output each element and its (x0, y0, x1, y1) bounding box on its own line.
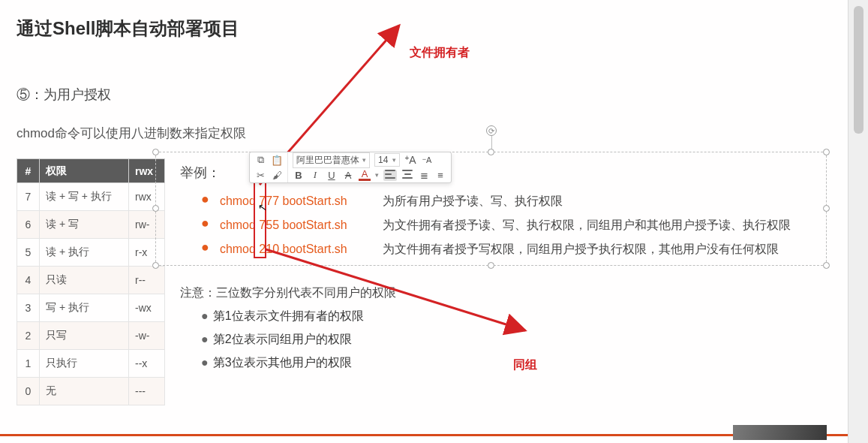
table-row: 6读 + 写rw- (17, 211, 165, 239)
underline-button[interactable]: U (326, 170, 338, 181)
cell-num: 5 (17, 239, 40, 267)
cell-perm: 读 + 写 (40, 211, 129, 239)
example-command: chmod 755 bootStart.sh (220, 216, 374, 234)
italic-button[interactable]: I (309, 169, 321, 181)
cell-perm: 只读 (40, 267, 129, 294)
cell-perm: 写 + 执行 (40, 294, 129, 322)
font-size-select[interactable]: 14 ▾ (374, 153, 400, 167)
chevron-down-icon[interactable]: ▾ (375, 171, 379, 179)
note-text: 第1位表示文件拥有者的权限 (213, 309, 364, 324)
bullet-icon: ● (201, 309, 209, 324)
cell-rwx: rw- (129, 211, 165, 239)
resize-handle[interactable] (488, 149, 494, 155)
example-line: ●chmod 210 bootStart.sh为文件拥有者授予写权限，同组用户授… (201, 240, 833, 258)
cell-rwx: --x (129, 350, 165, 378)
example-explain: 为文件拥有者授予写权限，同组用户授予执行权限，其他用户没有任何权限 (383, 240, 779, 258)
corner-decor (733, 425, 827, 440)
cell-perm: 读 + 写 + 执行 (40, 183, 129, 211)
floating-format-toolbar[interactable]: ⧉ 📋 ✂ 🖌 阿里巴巴普惠体 ▾ 14 ▾ +A −A (249, 152, 452, 183)
chevron-down-icon: ▾ (392, 156, 396, 164)
increase-font-button[interactable]: +A (404, 154, 416, 166)
resize-handle[interactable] (823, 149, 830, 155)
cell-num: 6 (17, 211, 40, 239)
bullet-icon: ● (201, 332, 209, 348)
cell-num: 3 (17, 294, 40, 322)
cell-perm: 只写 (40, 322, 129, 350)
annotation-group: 同组 (513, 357, 537, 373)
note-item: ●第2位表示同组用户的权限 (201, 332, 833, 348)
cell-perm: 只执行 (40, 350, 129, 378)
font-family-select[interactable]: 阿里巴巴普惠体 ▾ (293, 152, 370, 168)
bottom-border (0, 434, 848, 443)
cell-num: 4 (17, 267, 40, 294)
cell-num: 2 (17, 322, 40, 350)
note-text: 第2位表示同组用户的权限 (213, 332, 352, 348)
cell-perm: 读 + 执行 (40, 239, 129, 267)
bullet-icon: ● (201, 240, 209, 258)
font-family-value: 阿里巴巴普惠体 (296, 154, 359, 167)
chevron-down-icon: ▾ (362, 156, 366, 164)
table-row: 7读 + 写 + 执行rwx (17, 183, 165, 211)
th-perm: 权限 (40, 159, 129, 183)
example-line: ●chmod 777 bootStart.sh为所有用户授予读、写、执行权限 (201, 192, 833, 210)
highlight-rectangle (254, 174, 266, 258)
bullet-icon: ● (201, 192, 209, 210)
font-size-value: 14 (378, 155, 388, 165)
slide-title: 通过Shell脚本自动部署项目 (17, 17, 827, 41)
align-center-button[interactable] (401, 170, 413, 181)
number-list-button[interactable]: ≡ (434, 170, 446, 181)
example-block: 举例： ●chmod 777 bootStart.sh为所有用户授予读、写、执行… (180, 164, 833, 371)
font-color-button[interactable]: A (359, 169, 371, 181)
strikethrough-button[interactable]: A (342, 170, 354, 181)
cell-rwx: --- (129, 378, 165, 405)
copy-icon[interactable]: ⧉ (254, 154, 266, 166)
paste-icon[interactable]: 📋 (271, 154, 283, 166)
slide-subtitle: ⑤：为用户授权 (17, 86, 827, 104)
cell-rwx: -wx (129, 294, 165, 322)
vertical-scrollbar[interactable] (848, 0, 868, 443)
cell-rwx: -w- (129, 322, 165, 350)
cell-rwx: r-- (129, 267, 165, 294)
permission-table: # 权限 rwx 7读 + 写 + 执行rwx6读 + 写rw-5读 + 执行r… (17, 158, 165, 405)
table-row: 4只读r-- (17, 267, 165, 294)
bold-button[interactable]: B (293, 170, 305, 181)
resize-handle[interactable] (152, 149, 159, 155)
cell-rwx: rwx (129, 183, 165, 211)
cut-icon[interactable]: ✂ (254, 169, 266, 181)
bullet-icon: ● (201, 216, 209, 234)
align-left-button[interactable] (383, 170, 397, 181)
cell-num: 7 (17, 183, 40, 211)
example-explain: 为文件拥有者授予读、写、执行权限，同组用户和其他用户授予读、执行权限 (383, 216, 791, 234)
cell-perm: 无 (40, 378, 129, 405)
table-row: 1只执行--x (17, 350, 165, 378)
note-text: 第3位表示其他用户的权限 (213, 355, 352, 371)
example-explain: 为所有用户授予读、写、执行权限 (383, 192, 563, 210)
table-row: 2只写-w- (17, 322, 165, 350)
bullet-icon: ● (201, 355, 209, 371)
th-num: # (17, 159, 40, 183)
example-command: chmod 777 bootStart.sh (220, 192, 374, 210)
example-line: ●chmod 755 bootStart.sh为文件拥有者授予读、写、执行权限，… (201, 216, 833, 234)
slide-desc: chmod命令可以使用八进制数来指定权限 (17, 125, 827, 142)
cell-num: 0 (17, 378, 40, 405)
bullet-list-button[interactable]: ≣ (418, 170, 430, 181)
cell-num: 1 (17, 350, 40, 378)
decrease-font-button[interactable]: −A (421, 155, 433, 164)
th-rwx: rwx (129, 159, 165, 183)
table-row: 0无--- (17, 378, 165, 405)
annotation-owner: 文件拥有者 (410, 45, 470, 61)
cell-rwx: r-x (129, 239, 165, 267)
scrollbar-thumb[interactable] (854, 6, 863, 134)
table-row: 3写 + 执行-wx (17, 294, 165, 322)
note-item: ●第1位表示文件拥有者的权限 (201, 309, 833, 324)
format-painter-icon[interactable]: 🖌 (271, 169, 283, 181)
example-command: chmod 210 bootStart.sh (220, 240, 374, 258)
table-row: 5读 + 执行r-x (17, 239, 165, 267)
note-title: 注意：三位数字分别代表不同用户的权限 (180, 285, 833, 301)
slide-canvas: 通过Shell脚本自动部署项目 ⑤：为用户授权 chmod命令可以使用八进制数来… (0, 0, 848, 443)
